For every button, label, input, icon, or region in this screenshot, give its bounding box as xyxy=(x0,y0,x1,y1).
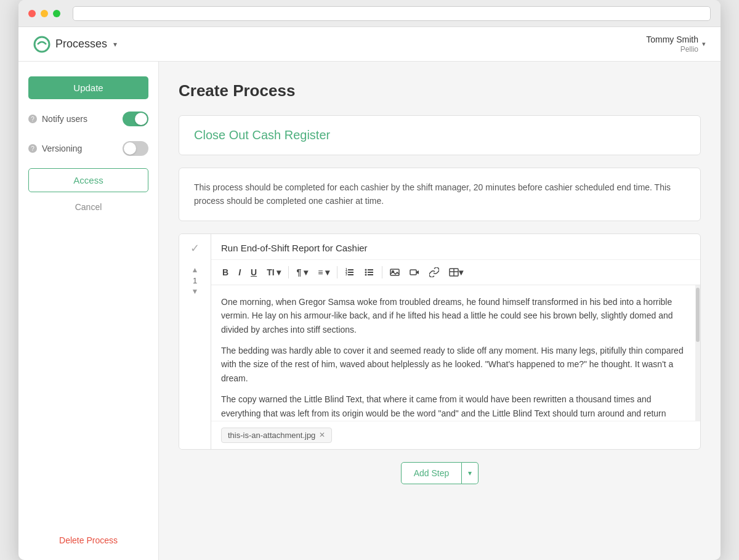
process-description-card[interactable]: This process should be completed for eac… xyxy=(179,168,701,221)
add-step-row: Add Step ▾ xyxy=(179,462,701,484)
svg-text:3: 3 xyxy=(345,272,347,276)
toolbar-sep-3 xyxy=(382,266,382,278)
step-content: Run End-of-Shift Report for Cashier B I … xyxy=(211,234,700,449)
editor-toolbar: B I U TI ▾ ¶ ▾ ≡ ▾ 123 xyxy=(211,260,700,285)
svg-rect-2 xyxy=(348,272,353,273)
text-size-button[interactable]: TI ▾ xyxy=(263,265,285,280)
svg-rect-15 xyxy=(410,270,416,275)
versioning-toggle-knob xyxy=(124,142,136,155)
access-button[interactable]: Access xyxy=(28,168,148,192)
step-check-icon[interactable]: ✓ xyxy=(190,241,200,255)
svg-rect-3 xyxy=(348,274,353,275)
main-layout: Update ? Notify users ? Versioning Acces… xyxy=(18,62,721,560)
cancel-button[interactable]: Cancel xyxy=(28,202,148,212)
content-area: Create Process Close Out Cash Register T… xyxy=(159,62,721,560)
notify-users-toggle[interactable] xyxy=(123,112,148,126)
step-move-up-button[interactable]: ▲ xyxy=(190,265,200,275)
user-name: Tommy Smith xyxy=(646,34,698,45)
add-step-caret-button[interactable]: ▾ xyxy=(462,462,479,484)
app-name: Processes xyxy=(55,38,107,51)
step-move-down-button[interactable]: ▼ xyxy=(190,286,200,296)
editor-body[interactable]: One morning, when Gregor Samsa woke from… xyxy=(211,285,700,421)
app-logo[interactable]: Processes ▾ xyxy=(33,36,117,53)
user-info: Tommy Smith Pellio xyxy=(646,34,698,55)
close-window-btn[interactable] xyxy=(28,10,36,17)
attachment-name: this-is-an-attachment.jpg xyxy=(228,431,315,440)
align-button[interactable]: ≡ ▾ xyxy=(314,265,333,280)
page-title: Create Process xyxy=(179,81,701,100)
attachment-tag: this-is-an-attachment.jpg ✕ xyxy=(221,428,332,443)
step-number: 1 xyxy=(193,276,197,285)
editor-para-2: The bedding was hardly able to cover it … xyxy=(221,344,690,385)
versioning-row: ? Versioning xyxy=(28,139,148,158)
process-description: This process should be completed for eac… xyxy=(194,182,671,206)
toolbar-sep-1 xyxy=(288,266,289,278)
versioning-help-icon: ? xyxy=(28,144,37,153)
bold-button[interactable]: B xyxy=(219,265,232,280)
minimize-window-btn[interactable] xyxy=(41,10,48,17)
user-org: Pellio xyxy=(646,45,698,55)
notify-users-toggle-knob xyxy=(135,113,147,125)
notify-users-label: Notify users xyxy=(42,114,118,124)
step-card: ✓ ▲ 1 ▼ Run End-of-Shift Report for Cash… xyxy=(179,233,701,450)
url-bar[interactable] xyxy=(73,6,711,21)
logo-icon xyxy=(33,36,50,53)
table-button[interactable]: ▾ xyxy=(445,265,467,280)
editor-scrollbar[interactable] xyxy=(695,285,700,421)
svg-point-12 xyxy=(365,274,367,275)
attachment-remove-button[interactable]: ✕ xyxy=(319,431,325,439)
delete-process-button[interactable]: Delete Process xyxy=(28,535,148,545)
editor-para-3: The copy warned the Little Blind Text, t… xyxy=(221,392,690,420)
process-title-card: Close Out Cash Register xyxy=(179,115,701,155)
paragraph-button[interactable]: ¶ ▾ xyxy=(293,265,312,280)
svg-point-10 xyxy=(365,269,367,270)
svg-point-0 xyxy=(34,37,49,52)
app-header: Processes ▾ Tommy Smith Pellio ▾ xyxy=(18,27,721,62)
titlebar xyxy=(18,0,721,27)
svg-rect-7 xyxy=(368,269,373,270)
svg-rect-1 xyxy=(348,269,353,270)
sidebar: Update ? Notify users ? Versioning Acces… xyxy=(18,62,159,560)
image-button[interactable] xyxy=(386,265,403,280)
scrollbar-thumb xyxy=(696,288,700,342)
process-title[interactable]: Close Out Cash Register xyxy=(194,128,685,142)
maximize-window-btn[interactable] xyxy=(53,10,60,17)
app-name-caret[interactable]: ▾ xyxy=(113,40,117,49)
add-step-button[interactable]: Add Step xyxy=(401,462,462,484)
editor-para-1: One morning, when Gregor Samsa woke from… xyxy=(221,295,690,336)
step-title[interactable]: Run End-of-Shift Report for Cashier xyxy=(211,234,700,260)
attachment-row: this-is-an-attachment.jpg ✕ xyxy=(211,421,700,449)
versioning-toggle[interactable] xyxy=(123,141,148,156)
update-button[interactable]: Update xyxy=(28,76,148,99)
app-window: Processes ▾ Tommy Smith Pellio ▾ Update … xyxy=(18,0,721,560)
step-arrows: ▲ 1 ▼ xyxy=(190,265,200,296)
italic-button[interactable]: I xyxy=(235,265,244,280)
user-menu[interactable]: Tommy Smith Pellio ▾ xyxy=(646,34,706,55)
svg-rect-8 xyxy=(368,272,373,273)
unordered-list-button[interactable] xyxy=(361,265,378,280)
underline-button[interactable]: U xyxy=(247,265,260,280)
notify-users-help-icon: ? xyxy=(28,115,37,123)
svg-rect-9 xyxy=(368,274,373,275)
toolbar-sep-2 xyxy=(337,266,337,278)
notify-users-row: ? Notify users xyxy=(28,109,148,129)
user-menu-caret: ▾ xyxy=(702,40,706,48)
link-button[interactable] xyxy=(426,265,443,280)
ordered-list-button[interactable]: 123 xyxy=(341,265,358,280)
video-button[interactable] xyxy=(406,265,423,280)
step-controls: ✓ ▲ 1 ▼ xyxy=(179,234,211,449)
svg-point-11 xyxy=(365,271,367,273)
versioning-label: Versioning xyxy=(42,144,118,153)
